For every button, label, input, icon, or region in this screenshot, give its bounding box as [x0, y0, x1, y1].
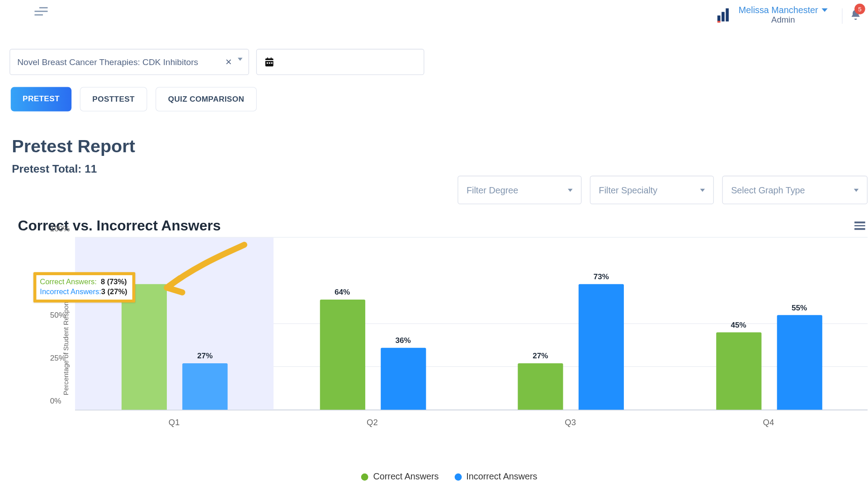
bar-q2-incorrect[interactable]: 36% [381, 348, 426, 410]
clear-course-icon[interactable]: × [222, 56, 236, 68]
legend-label-correct[interactable]: Correct Answers [373, 471, 439, 481]
chart-title: Correct vs. Incorrect Answers [18, 217, 221, 234]
course-select-value: Novel Breast Cancer Therapies: CDK Inhib… [17, 57, 198, 67]
y-tick: 25% [50, 353, 66, 362]
filter-degree-select[interactable]: Filter Degree [458, 176, 581, 204]
filter-specialty-label: Filter Specialty [599, 185, 658, 195]
chart-menu-icon[interactable] [854, 220, 865, 232]
graph-type-label: Select Graph Type [731, 185, 805, 195]
caret-down-icon [854, 188, 859, 192]
chart-group-q4[interactable]: 45% 55% [670, 238, 868, 410]
legend-swatch-incorrect [454, 474, 462, 481]
course-select[interactable]: Novel Breast Cancer Therapies: CDK Inhib… [9, 49, 249, 75]
y-tick: 0% [50, 396, 61, 405]
y-tick: 50% [50, 310, 66, 319]
tab-quiz-comparison[interactable]: QUIZ COMPARISON [156, 87, 257, 111]
chevron-down-icon [822, 8, 828, 12]
user-name: Melissa Manchester [739, 5, 818, 15]
graph-type-select[interactable]: Select Graph Type [722, 176, 868, 204]
y-axis-label: Percentage of Student Response [62, 294, 70, 395]
user-role: Admin [739, 15, 828, 24]
bar-q3-incorrect[interactable]: 73% [579, 284, 624, 410]
x-tick: Q2 [273, 418, 471, 427]
annotation-arrow-icon [143, 241, 250, 307]
chart-group-q2[interactable]: 64% 36% [273, 238, 471, 410]
chart-group-q3[interactable]: 27% 73% [472, 238, 670, 410]
tab-pretest[interactable]: PRETEST [11, 87, 72, 111]
chart-legend: Correct Answers Incorrect Answers [18, 471, 868, 481]
bar-q3-correct[interactable]: 27% [518, 363, 563, 410]
y-tick: 100% [50, 224, 70, 233]
bar-q2-correct[interactable]: 64% [320, 300, 365, 410]
x-tick: Q3 [472, 418, 670, 427]
legend-swatch-correct [361, 474, 368, 481]
chart-tooltip: Correct Answers: 8 (73%) Incorrect Answe… [33, 272, 135, 302]
bar-q1-incorrect[interactable]: 27% [182, 363, 227, 410]
user-menu[interactable]: Melissa Manchester [739, 5, 828, 15]
calendar-icon [264, 56, 275, 67]
page-title: Pretest Report [12, 136, 868, 157]
date-range-picker[interactable] [256, 49, 425, 75]
app-logo-icon [717, 8, 730, 21]
x-tick: Q1 [75, 418, 273, 427]
legend-label-incorrect[interactable]: Incorrect Answers [466, 471, 537, 481]
notifications-button[interactable]: 5 [842, 8, 861, 23]
chart-area: Percentage of Student Response 0% 25% 50… [18, 238, 868, 452]
bar-q4-incorrect[interactable]: 55% [777, 315, 822, 409]
caret-down-icon [568, 188, 573, 192]
notif-badge: 5 [854, 4, 865, 14]
tab-posttest[interactable]: POSTTEST [80, 87, 147, 111]
caret-down-icon [700, 188, 705, 192]
x-tick: Q4 [670, 418, 868, 427]
menu-toggle-icon[interactable] [34, 5, 47, 18]
filter-degree-label: Filter Degree [467, 185, 518, 195]
filter-specialty-select[interactable]: Filter Specialty [590, 176, 714, 204]
caret-down-icon [238, 57, 243, 61]
bar-q4-correct[interactable]: 45% [716, 332, 761, 409]
